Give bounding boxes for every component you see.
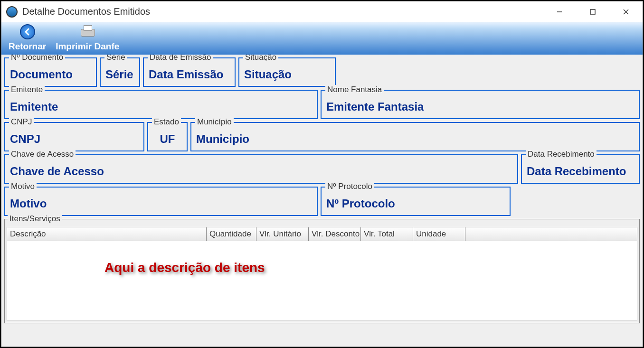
printer-icon <box>80 25 95 38</box>
field-data-emissao: Data de Emissão Data Emissão <box>143 57 236 87</box>
field-cnpj: CNPJ CNPJ <box>4 122 144 151</box>
table-body: Aqui a descrição de itens <box>7 241 637 312</box>
col-vlr-total[interactable]: Vlr. Total <box>361 227 413 241</box>
field-num-protocolo: Nº Protocolo Nº Protocolo <box>321 187 511 216</box>
label-num-protocolo: Nº Protocolo <box>325 182 374 191</box>
value-emitente: Emitente <box>10 100 312 113</box>
label-estado: Estado <box>152 117 181 127</box>
label-data-recebimento: Data Recebimento <box>526 150 597 159</box>
value-motivo: Motivo <box>10 197 312 210</box>
value-serie: Série <box>105 68 134 81</box>
value-chave-acesso: Chave de Acesso <box>10 165 512 178</box>
app-icon <box>6 6 18 18</box>
label-chave-acesso: Chave de Acesso <box>9 150 76 159</box>
col-vlr-unitario[interactable]: Vlr. Unitário <box>256 227 309 241</box>
col-descricao[interactable]: Descrição <box>7 227 207 241</box>
close-button[interactable] <box>609 1 643 22</box>
value-estado: UF <box>153 132 182 146</box>
label-cnpj: CNPJ <box>9 117 34 127</box>
label-municipio: Município <box>195 117 234 127</box>
back-label: Retornar <box>9 41 46 52</box>
value-nome-fantasia: Emitente Fantasia <box>326 100 634 113</box>
back-arrow-icon <box>20 24 35 39</box>
itens-table[interactable]: Descrição Quantidade Vlr. Unitário Vlr. … <box>7 227 637 321</box>
field-data-recebimento: Data Recebimento Data Recebimento <box>521 154 640 184</box>
value-num-documento: Documento <box>10 68 91 81</box>
field-estado: Estado UF <box>147 122 188 151</box>
value-municipio: Municipio <box>196 132 634 146</box>
window-title: Detalhe Documentos Emitidos <box>22 6 543 17</box>
value-situacao: Situação <box>244 68 330 81</box>
field-situacao: Situação Situação <box>238 57 336 87</box>
label-motivo: Motivo <box>9 182 37 191</box>
field-num-documento: Nº Documento Documento <box>4 57 97 87</box>
col-quantidade[interactable]: Quantidade <box>207 227 256 241</box>
label-nome-fantasia: Nome Fantasia <box>325 85 384 94</box>
window-controls <box>543 1 643 22</box>
titlebar: Detalhe Documentos Emitidos <box>1 1 643 22</box>
value-cnpj: CNPJ <box>10 132 139 146</box>
field-serie: Série Série <box>100 57 140 87</box>
window-frame: Detalhe Documentos Emitidos Retornar Imp… <box>1 1 643 347</box>
print-button[interactable]: Imprimir Danfe <box>56 25 119 52</box>
label-emitente: Emitente <box>9 85 45 94</box>
value-data-recebimento: Data Recebimento <box>527 165 634 178</box>
minimize-button[interactable] <box>543 1 576 22</box>
field-motivo: Motivo Motivo <box>4 187 318 216</box>
col-vlr-desconto[interactable]: Vlr. Desconto <box>309 227 361 241</box>
value-data-emissao: Data Emissão <box>149 68 230 81</box>
label-serie: Série <box>104 55 127 62</box>
table-header: Descrição Quantidade Vlr. Unitário Vlr. … <box>7 227 637 241</box>
field-nome-fantasia: Nome Fantasia Emitente Fantasia <box>321 90 640 119</box>
svg-rect-1 <box>590 9 595 14</box>
maximize-button[interactable] <box>576 1 609 22</box>
col-unidade[interactable]: Unidade <box>413 227 465 241</box>
field-emitente: Emitente Emitente <box>4 90 318 119</box>
back-button[interactable]: Retornar <box>9 24 46 52</box>
overlay-annotation: Aqui a descrição de itens <box>104 260 265 275</box>
print-label: Imprimir Danfe <box>56 41 119 52</box>
toolbar: Retornar Imprimir Danfe <box>1 22 643 55</box>
value-num-protocolo: Nº Protocolo <box>326 197 505 210</box>
label-data-emissao: Data de Emissão <box>148 55 213 62</box>
field-municipio: Município Municipio <box>190 122 640 151</box>
form-area: Nº Documento Documento Série Série Data … <box>1 55 643 347</box>
itens-label: Itens/Serviços <box>8 214 62 224</box>
label-situacao: Situação <box>243 55 278 62</box>
field-chave-acesso: Chave de Acesso Chave de Acesso <box>4 154 518 184</box>
itens-servicos-box: Itens/Serviços Descrição Quantidade Vlr.… <box>4 219 640 323</box>
label-num-documento: Nº Documento <box>9 55 65 62</box>
